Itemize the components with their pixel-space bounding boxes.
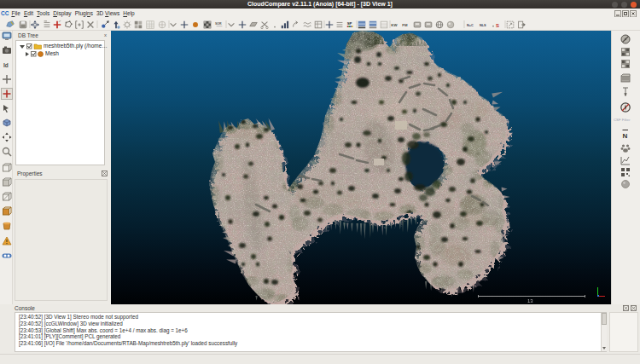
- svg-text:SOR: SOR: [215, 22, 222, 26]
- svg-text:KW: KW: [391, 23, 397, 27]
- svg-text:N: N: [623, 132, 628, 140]
- svg-text:SP: SP: [347, 21, 352, 26]
- svg-text:S: S: [496, 23, 499, 28]
- svg-text:N+C: N+C: [467, 24, 474, 27]
- svg-text:NLS: NLS: [480, 24, 486, 27]
- svg-text:FM: FM: [402, 23, 408, 27]
- svg-text:Id: Id: [3, 62, 9, 68]
- svg-text:CSF Filter: CSF Filter: [614, 118, 631, 122]
